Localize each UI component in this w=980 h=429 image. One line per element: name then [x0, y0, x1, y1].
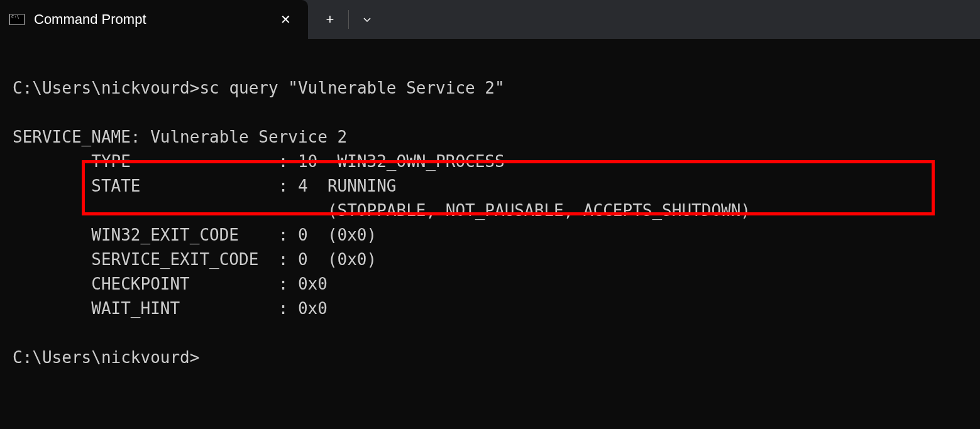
tab-title: Command Prompt [34, 11, 275, 28]
tab-command-prompt[interactable]: C:\ Command Prompt ✕ [0, 0, 308, 39]
titlebar-actions: + [308, 0, 383, 39]
output-line: CHECKPOINT : 0x0 [13, 274, 328, 293]
output-line: TYPE : 10 WIN32_OWN_PROCESS [13, 152, 505, 171]
prompt: C:\Users\nickvourd> [13, 79, 199, 97]
output-line: WIN32_EXIT_CODE : 0 (0x0) [13, 225, 377, 244]
cmd-icon: C:\ [9, 14, 25, 25]
prompt: C:\Users\nickvourd> [13, 348, 199, 367]
output-line: WAIT_HINT : 0x0 [13, 299, 328, 318]
output-line: (STOPPABLE, NOT_PAUSABLE, ACCEPTS_SHUTDO… [13, 201, 751, 220]
terminal-output[interactable]: C:\Users\nickvourd>sc query "Vulnerable … [0, 39, 980, 407]
command-text: sc query "Vulnerable Service 2" [199, 79, 504, 97]
chevron-down-icon [362, 14, 372, 24]
titlebar: C:\ Command Prompt ✕ + [0, 0, 980, 39]
output-line: SERVICE_NAME: Vulnerable Service 2 [13, 128, 347, 146]
new-tab-button[interactable]: + [314, 0, 346, 39]
close-icon[interactable]: ✕ [275, 9, 295, 30]
tab-dropdown-button[interactable] [351, 0, 383, 39]
output-line: STATE : 4 RUNNING [13, 176, 396, 195]
output-line: SERVICE_EXIT_CODE : 0 (0x0) [13, 250, 377, 269]
divider [348, 10, 349, 29]
